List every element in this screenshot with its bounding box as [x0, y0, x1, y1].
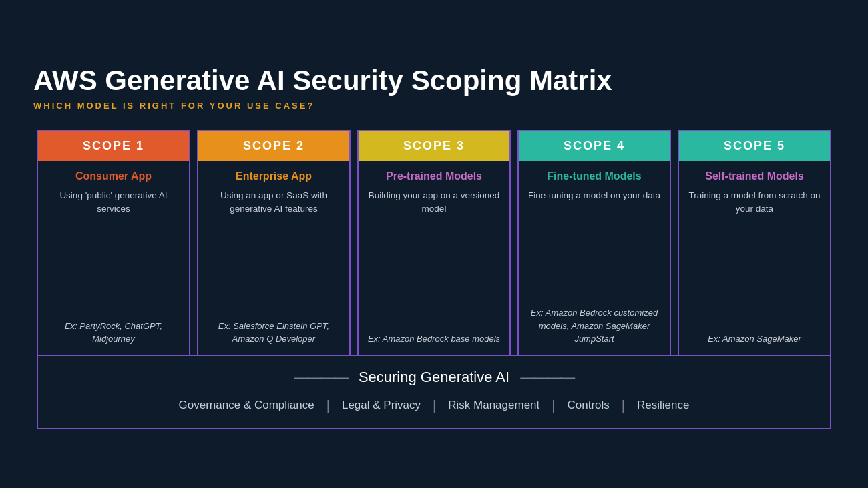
separator-3: | — [552, 398, 555, 413]
scope-3-desc: Building your app on a versioned model — [367, 189, 501, 216]
scope-3-body: Pre-trained Models Building your app on … — [359, 161, 509, 355]
scope-1-header: SCOPE 1 — [38, 131, 189, 161]
securing-item-1: Governance & Compliance — [179, 399, 314, 412]
scope-1-card: SCOPE 1 Consumer App Using 'public' gene… — [37, 130, 190, 356]
scope-5-example: Ex: Amazon SageMaker — [708, 332, 801, 346]
scope-1-wrapper: SCOPE 1 Consumer App Using 'public' gene… — [33, 130, 194, 356]
separator-1: | — [327, 398, 330, 413]
scope-2-label: SCOPE 2 — [243, 139, 304, 152]
scope-1-label: SCOPE 1 — [83, 139, 144, 152]
scope-2-type: Enterprise App — [236, 170, 312, 182]
scope-5-header: SCOPE 5 — [679, 131, 830, 161]
scope-5-card: SCOPE 5 Self-trained Models Training a m… — [678, 130, 831, 356]
scope-2-desc: Using an app or SaaS with generative AI … — [206, 189, 341, 216]
securing-item-2: Legal & Privacy — [342, 399, 421, 412]
scopes-row: SCOPE 1 Consumer App Using 'public' gene… — [33, 130, 835, 356]
scope-3-label: SCOPE 3 — [403, 139, 465, 152]
scope-4-desc: Fine-tuning a model on your data — [528, 189, 660, 202]
page-subtitle: WHICH MODEL IS RIGHT FOR YOUR USE CASE? — [33, 101, 835, 111]
scope-2-wrapper: SCOPE 2 Enterprise App Using an app or S… — [194, 130, 354, 356]
securing-section: Securing Generative AI Governance & Comp… — [37, 355, 831, 429]
scope-3-header: SCOPE 3 — [359, 131, 509, 161]
securing-item-3: Risk Management — [448, 399, 539, 412]
scope-2-card: SCOPE 2 Enterprise App Using an app or S… — [197, 130, 351, 356]
scope-4-example: Ex: Amazon Bedrock customized models, Am… — [527, 306, 662, 346]
scope-5-desc: Training a model from scratch on your da… — [687, 189, 822, 216]
scope-4-card: SCOPE 4 Fine-tuned Models Fine-tuning a … — [517, 130, 671, 356]
page-title: AWS Generative AI Security Scoping Matri… — [33, 65, 835, 96]
scope-2-header: SCOPE 2 — [198, 131, 349, 161]
scope-3-type: Pre-trained Models — [386, 170, 482, 182]
scope-5-body: Self-trained Models Training a model fro… — [679, 161, 830, 355]
scope-4-body: Fine-tuned Models Fine-tuning a model on… — [519, 161, 670, 355]
securing-item-5: Resilience — [637, 399, 689, 412]
scope-3-card: SCOPE 3 Pre-trained Models Building your… — [357, 130, 511, 356]
scope-5-type: Self-trained Models — [705, 170, 804, 182]
separator-2: | — [433, 398, 436, 413]
scope-2-example: Ex: Salesforce Einstein GPT, Amazon Q De… — [206, 320, 341, 346]
securing-item-4: Controls — [567, 399, 609, 412]
scope-4-label: SCOPE 4 — [564, 139, 625, 152]
securing-title: Securing Generative AI — [51, 369, 817, 386]
scope-4-type: Fine-tuned Models — [547, 170, 641, 182]
scope-4-wrapper: SCOPE 4 Fine-tuned Models Fine-tuning a … — [514, 130, 674, 356]
scope-5-label: SCOPE 5 — [724, 139, 785, 152]
securing-items: Governance & Compliance | Legal & Privac… — [51, 398, 817, 413]
scope-2-body: Enterprise App Using an app or SaaS with… — [198, 161, 349, 355]
main-container: AWS Generative AI Security Scoping Matri… — [20, 45, 848, 442]
scope-4-header: SCOPE 4 — [519, 131, 670, 161]
scope-3-wrapper: SCOPE 3 Pre-trained Models Building your… — [354, 130, 514, 356]
scope-1-body: Consumer App Using 'public' generative A… — [38, 161, 189, 355]
scope-3-example: Ex: Amazon Bedrock base models — [368, 332, 500, 346]
separator-4: | — [622, 398, 625, 413]
scope-1-desc: Using 'public' generative AI services — [46, 189, 181, 216]
scope-5-wrapper: SCOPE 5 Self-trained Models Training a m… — [674, 130, 835, 356]
scope-1-example: Ex: PartyRock, ChatGPT, Midjourney — [46, 320, 181, 346]
scope-1-type: Consumer App — [75, 170, 152, 182]
